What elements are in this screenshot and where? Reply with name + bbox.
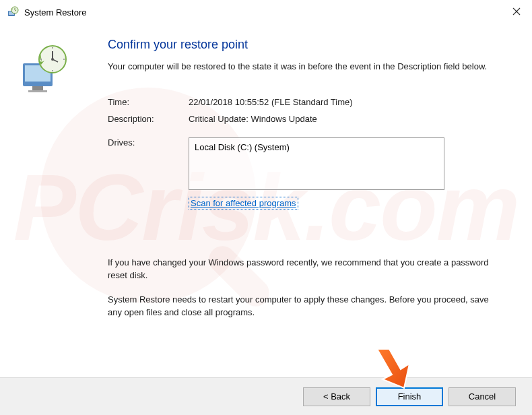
button-footer: < Back Finish Cancel xyxy=(0,377,532,415)
drives-listbox[interactable]: Local Disk (C:) (System) xyxy=(189,137,444,190)
drive-item[interactable]: Local Disk (C:) (System) xyxy=(195,142,438,152)
scan-affected-programs-link[interactable]: Scan for affected programs xyxy=(189,197,298,210)
time-row: Time: 22/01/2018 10:55:52 (FLE Standard … xyxy=(108,97,505,107)
back-button[interactable]: < Back xyxy=(303,387,370,406)
svg-rect-8 xyxy=(28,90,47,92)
cancel-button[interactable]: Cancel xyxy=(448,387,516,406)
close-button[interactable] xyxy=(510,5,523,18)
time-label: Time: xyxy=(108,97,189,107)
system-restore-icon xyxy=(7,6,19,18)
svg-point-14 xyxy=(63,59,65,60)
svg-point-16 xyxy=(40,59,42,60)
page-heading: Confirm your restore point xyxy=(108,38,505,52)
restore-monitor-icon xyxy=(20,43,70,93)
main-panel: Confirm your restore point Your computer… xyxy=(81,38,512,364)
titlebar: System Restore xyxy=(0,0,532,24)
wizard-icon-area xyxy=(20,38,81,364)
finish-button[interactable]: Finish xyxy=(376,387,443,406)
svg-point-15 xyxy=(52,70,53,71)
time-value: 22/01/2018 10:55:52 (FLE Standard Time) xyxy=(189,97,353,107)
svg-rect-7 xyxy=(32,86,43,90)
password-note: If you have changed your Windows passwor… xyxy=(108,256,505,282)
restart-note: System Restore needs to restart your com… xyxy=(108,293,505,319)
notes-area: If you have changed your Windows passwor… xyxy=(108,256,505,319)
description-value: Critical Update: Windows Update xyxy=(189,114,317,124)
scan-link-row: Scan for affected programs xyxy=(189,197,505,209)
content-area: Confirm your restore point Your computer… xyxy=(0,24,532,364)
description-row: Description: Critical Update: Windows Up… xyxy=(108,114,505,124)
drives-label: Drives: xyxy=(108,137,189,190)
drives-row: Drives: Local Disk (C:) (System) xyxy=(108,137,505,190)
svg-point-13 xyxy=(52,47,53,49)
page-subheading: Your computer will be restored to the st… xyxy=(108,60,505,73)
description-label: Description: xyxy=(108,114,189,124)
window-title: System Restore xyxy=(24,7,86,18)
